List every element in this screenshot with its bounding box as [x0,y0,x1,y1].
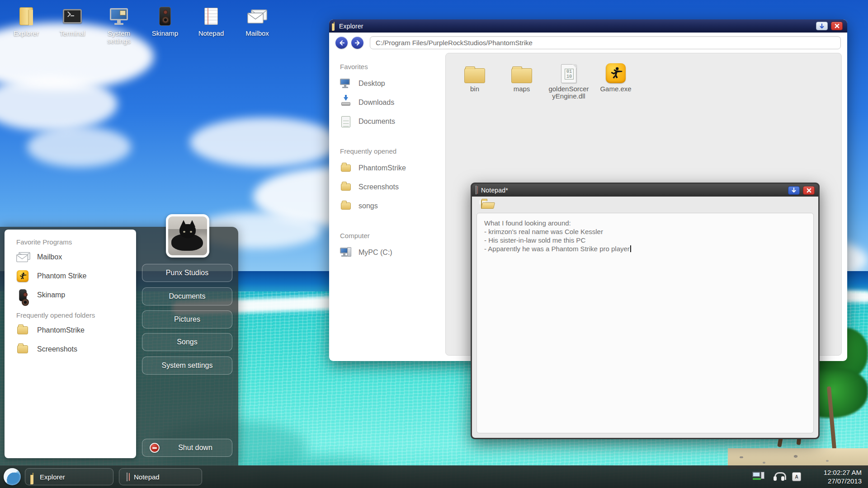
folder-icon [340,183,352,191]
folder-icon [464,61,485,83]
notepad-icon [476,186,476,194]
notepad-line: - krimzon's real name was Cole Kessler [484,227,806,236]
sidebar-section-title: Frequently opened [340,147,445,155]
dll-file-icon: 01 10 [561,61,576,83]
notepad-body: What I found looking around: - krimzon's… [472,197,818,438]
sidebar-item-documents[interactable]: Documents [340,112,445,131]
clock-time: 12:02:27 AM [824,468,862,477]
audio-headphones-tray-icon[interactable] [773,472,785,481]
folder-icon [511,61,532,83]
minimize-button[interactable] [788,186,800,195]
terminal-icon [62,6,83,26]
notepad-line: - His sister-in-law sold me this PC [484,236,806,244]
start-menu-button-punx-studios[interactable]: Punx Studios [142,264,232,282]
start-menu-item-skinamp[interactable]: Skinamp [5,286,136,305]
file-item-bin[interactable]: bin [451,61,498,93]
notepad-window: Notepad* What I found looking around: - … [471,183,820,439]
sidebar-item-screenshots[interactable]: Screenshots [340,178,445,197]
task-label: Explorer [40,473,65,481]
folder-explorer-icon [334,22,335,30]
desktop-icon-system-settings[interactable]: System settings [97,6,141,45]
sidebar-item-label: PhantomStrike [359,164,406,172]
sidebar-item-label: Screenshots [359,183,399,191]
folder-icon [340,202,352,210]
start-menu-item-phantomstrike-folder[interactable]: PhantomStrike [5,321,136,340]
sidebar-item-label: Downloads [359,99,394,107]
minimize-button[interactable] [816,22,828,30]
open-file-button[interactable] [481,201,482,209]
file-item-maps[interactable]: maps [498,61,545,93]
taskbar-task-explorer[interactable]: Explorer [25,468,113,485]
start-menu-section-title: Favorite Programs [5,236,136,248]
skinamp-icon [16,289,29,301]
text-cursor [630,245,631,252]
notepad-titlebar[interactable]: Notepad* [472,184,818,197]
address-bar[interactable]: C:/Program Files/PurpleRockStudios/Phant… [370,36,841,49]
user-avatar[interactable] [166,214,209,258]
notepad-text-area[interactable]: What I found looking around: - krimzon's… [476,213,814,433]
close-icon[interactable] [831,22,843,30]
sidebar-item-phantomstrike[interactable]: PhantomStrike [340,159,445,178]
folder-icon [340,164,352,172]
desktop-icon-skinamp[interactable]: Skinamp [143,6,187,37]
desktop-icon-label: System settings [103,29,135,45]
close-icon[interactable] [803,186,815,195]
folder-explorer-icon [33,473,33,481]
sidebar-item-label: songs [359,202,378,210]
system-settings-icon [108,6,129,26]
desktop-icon-notepad[interactable]: Notepad [189,6,233,37]
taskbar-task-notepad[interactable]: Notepad [119,468,202,485]
notepad-line: What I found looking around: [484,219,806,227]
forward-button[interactable] [351,37,363,49]
start-menu-item-label: PhantomStrike [37,326,85,334]
start-menu-item-phantom-strike[interactable]: Phantom Strike [5,267,136,286]
desktop-icon-label: Explorer [14,29,39,37]
sidebar-item-desktop[interactable]: Desktop [340,74,445,93]
file-label: maps [512,85,532,93]
keyboard-layout-tray-icon[interactable]: A [792,472,801,481]
file-item-dll[interactable]: 01 10 goldenSorceryEngine.dll [545,61,592,100]
file-label: bin [468,85,481,93]
sidebar-item-label: Desktop [359,80,385,88]
start-menu-item-mailbox[interactable]: Mailbox [5,248,136,267]
folder-icon [16,326,29,334]
start-menu-section-title: Frequently opened folders [5,309,136,321]
file-item-game-exe[interactable]: Game.exe [592,61,639,93]
desktop-icon-mailbox[interactable]: Mailbox [236,6,279,37]
sidebar-item-songs[interactable]: songs [340,197,445,216]
start-menu-button-pictures[interactable]: Pictures [142,310,232,328]
desktop-icon-terminal[interactable]: Terminal [51,6,94,37]
desktop-icon-explorer[interactable]: Explorer [5,6,48,37]
sidebar-section-title: Computer [340,232,445,239]
button-label: Pictures [174,315,200,324]
dll-icon-glyph: 01 10 [565,69,574,80]
documents-icon [340,116,352,127]
explorer-titlebar[interactable]: Explorer [329,19,847,33]
notepad-icon [127,473,127,481]
desktop: Explorer Terminal System settings Skinam… [0,0,868,488]
start-menu-item-screenshots-folder[interactable]: Screenshots [5,340,136,359]
shutdown-button[interactable]: Shut down [142,439,232,457]
start-button[interactable] [4,468,21,485]
network-pc-tray-icon[interactable] [752,472,766,482]
mailbox-icon [247,6,268,26]
back-button[interactable] [335,37,348,49]
start-menu-list: Favorite Programs Mailbox [5,230,136,458]
skinamp-icon [155,6,175,26]
sidebar-item-mypc[interactable]: MyPC (C:) [340,243,445,262]
cloud [190,117,339,167]
system-tray: A [752,465,801,488]
start-menu-button-documents[interactable]: Documents [142,287,232,305]
taskbar-clock: 12:02:27 AM 27/07/2013 [824,468,862,485]
game-exe-icon [606,61,626,83]
sidebar-item-downloads[interactable]: Downloads [340,93,445,112]
folder-icon [16,345,29,353]
button-label: Songs [177,338,197,346]
start-menu-button-songs[interactable]: Songs [142,333,232,351]
start-menu-button-system-settings[interactable]: System settings [142,357,232,375]
notepad-toolbar [472,197,818,213]
desktop-icon-label: Notepad [198,29,224,37]
start-menu-item-label: Skinamp [37,291,65,299]
sidebar-item-label: MyPC (C:) [359,249,392,257]
folder-explorer-icon [16,6,37,26]
